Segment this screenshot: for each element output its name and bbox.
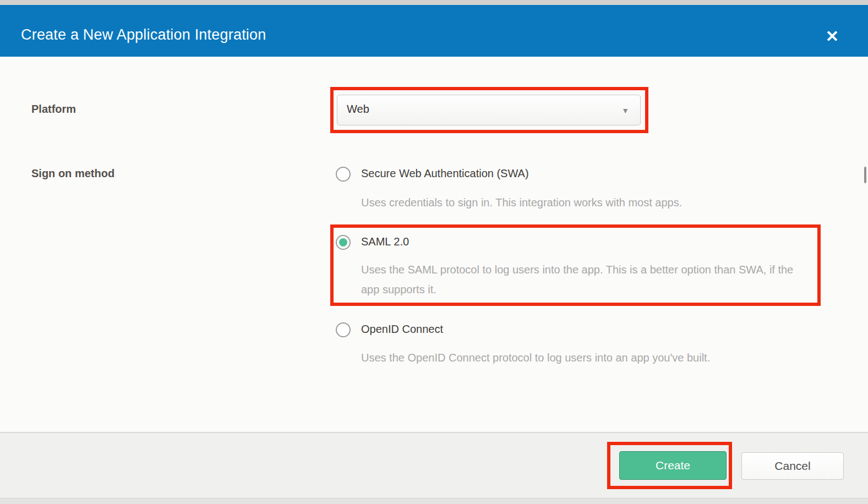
sign-on-method-label: Sign on method — [31, 167, 114, 180]
radio-saml-description: Uses the SAML protocol to log users into… — [361, 260, 812, 299]
scrollbar-thumb[interactable] — [864, 167, 866, 183]
modal-title: Create a New Application Integration — [21, 26, 266, 43]
radio-openid-description: Uses the OpenID Connect protocol to log … — [361, 348, 710, 368]
create-app-integration-modal: Create a New Application Integration ✕ P… — [0, 0, 868, 504]
create-button[interactable]: Create — [619, 451, 727, 480]
page-background-top-strip — [0, 0, 868, 5]
modal-header: Create a New Application Integration ✕ — [0, 5, 868, 57]
platform-dropdown-value: Web — [347, 103, 369, 116]
radio-selected-dot — [339, 238, 347, 246]
cancel-button[interactable]: Cancel — [741, 452, 844, 480]
radio-openid[interactable] — [336, 322, 351, 337]
platform-dropdown[interactable]: Web ▼ — [337, 95, 641, 125]
radio-openid-label[interactable]: OpenID Connect — [361, 323, 443, 336]
radio-swa-label[interactable]: Secure Web Authentication (SWA) — [361, 167, 529, 180]
radio-swa-description: Uses credentials to sign in. This integr… — [361, 193, 682, 212]
modal-footer — [0, 432, 868, 498]
radio-saml[interactable] — [336, 235, 351, 250]
chevron-down-icon: ▼ — [621, 106, 629, 115]
radio-saml-label[interactable]: SAML 2.0 — [361, 235, 409, 248]
close-icon[interactable]: ✕ — [821, 26, 843, 48]
platform-label: Platform — [31, 103, 76, 116]
page-background-bottom-strip — [0, 498, 868, 504]
radio-swa[interactable] — [336, 167, 351, 182]
